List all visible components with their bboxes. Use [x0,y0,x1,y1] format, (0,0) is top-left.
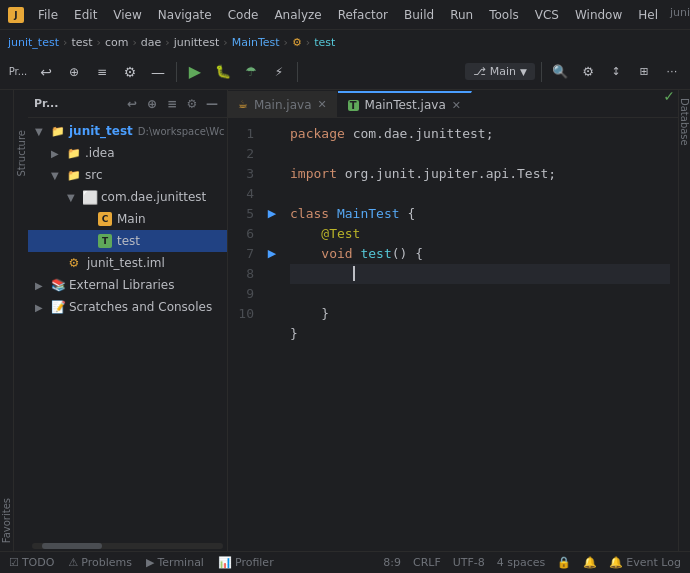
panel-expand[interactable]: ⊕ [143,95,161,113]
run-button[interactable]: ▶ [183,60,207,84]
branch-icon: ⎇ [473,65,486,78]
tree-label: src [85,168,103,182]
event-log-label: Event Log [626,556,681,569]
editor-area: ☕ Main.java ✕ T MainTest.java ✕ 1 2 3 4 … [228,90,678,551]
branch-selector[interactable]: ⎇ Main ▼ [465,63,535,80]
status-indent[interactable]: 4 spaces [494,556,549,569]
file-tree: ▼ 📁 junit_test D:\workspace\Wc ▶ 📁 .idea… [28,118,227,541]
search-everywhere-button[interactable]: 🔍 [548,60,572,84]
problems-label: Problems [81,556,132,569]
tree-item-ext-lib[interactable]: ▶ 📚 External Libraries [28,274,227,296]
breadcrumb-item-icon[interactable]: ⚙ [292,36,302,49]
debug-button[interactable]: 🐛 [211,60,235,84]
tree-label: junit_test [69,124,133,138]
menu-tools[interactable]: Tools [481,6,527,24]
project-panel: Pr... ↩ ⊕ ≡ ⚙ — ▼ 📁 junit_test D:\worksp… [28,90,228,551]
menu-help[interactable]: Hel [630,6,666,24]
menu-vcs[interactable]: VCS [527,6,567,24]
encoding-label: UTF-8 [453,556,485,569]
menu-refactor[interactable]: Refactor [330,6,396,24]
structure-sidebar: Structure [14,90,28,551]
panel-settings[interactable]: ⚙ [183,95,201,113]
menu-code[interactable]: Code [220,6,267,24]
breadcrumb-item[interactable]: test [71,36,92,49]
menu-edit[interactable]: Edit [66,6,105,24]
status-notifications[interactable]: 🔔 [580,556,600,569]
project-icon[interactable]: Pr... [6,60,30,84]
tree-label: External Libraries [69,278,174,292]
tree-label: test [117,234,140,248]
tree-arrow: ▼ [51,170,63,181]
panel-scroll-source[interactable]: ↩ [123,95,141,113]
toolbar-separator-2 [297,62,298,82]
favorites-label[interactable]: Favorites [1,498,12,543]
menu-bar: File Edit View Navigate Code Analyze Ref… [30,6,690,24]
tree-item-idea[interactable]: ▶ 📁 .idea [28,142,227,164]
tree-item-src[interactable]: ▼ 📁 src [28,164,227,186]
menu-window[interactable]: Window [567,6,630,24]
tree-item-package[interactable]: ▼ ⬜ com.dae.junittest [28,186,227,208]
profiler-label: Profiler [235,556,274,569]
status-position[interactable]: 8:9 [380,556,404,569]
status-todo[interactable]: ☑ TODO [6,556,57,569]
breadcrumb-item[interactable]: MainTest [232,36,280,49]
panel-sort[interactable]: ≡ [163,95,181,113]
breadcrumb-item[interactable]: test [314,36,335,49]
menu-file[interactable]: File [30,6,66,24]
tree-item-scratches[interactable]: ▶ 📝 Scratches and Consoles [28,296,227,318]
settings-button[interactable]: ⚙ [118,60,142,84]
profile-button[interactable]: ⚡ [267,60,291,84]
code-editor[interactable]: package com.dae.junittest; import org.ju… [282,118,678,551]
status-encoding[interactable]: UTF-8 [450,556,488,569]
breadcrumb-item[interactable]: junittest [174,36,220,49]
scroll-from-source-button[interactable]: ↩ [34,60,58,84]
tree-item-iml[interactable]: ⚙ junit_test.iml [28,252,227,274]
database-label[interactable]: Database [679,90,690,154]
todo-label: TODO [22,556,55,569]
menu-navigate[interactable]: Navigate [150,6,220,24]
status-line-ending[interactable]: CRLF [410,556,444,569]
tree-arrow: ▶ [51,148,63,159]
layout-button[interactable]: ⊞ [632,60,656,84]
terminal-label: Terminal [157,556,204,569]
tree-label: junit_test.iml [87,256,165,270]
more-button[interactable]: ⋯ [660,60,684,84]
structure-label[interactable]: Structure [16,130,27,177]
package-icon: ⬜ [82,189,98,205]
tab-close-button[interactable]: ✕ [317,98,326,111]
collapse-all-button[interactable]: ⊕ [62,60,86,84]
menu-build[interactable]: Build [396,6,442,24]
vcs-button[interactable]: ↕ [604,60,628,84]
status-git[interactable]: 🔒 [554,556,574,569]
menu-analyze[interactable]: Analyze [266,6,329,24]
run-gutter-icon[interactable]: ▶ [268,204,276,224]
tree-path: D:\workspace\Wc [138,126,225,137]
event-log-icon: 🔔 [609,556,623,569]
status-problems[interactable]: ⚠ Problems [65,556,135,569]
tree-scrollbar[interactable] [32,543,223,549]
tab-close-button[interactable]: ✕ [452,99,461,112]
menu-view[interactable]: View [105,6,149,24]
settings-gear-button[interactable]: ⚙ [576,60,600,84]
coverage-button[interactable]: ☂ [239,60,263,84]
menu-run[interactable]: Run [442,6,481,24]
panel-hide[interactable]: — [203,95,221,113]
status-terminal[interactable]: ▶ Terminal [143,556,207,569]
tab-maintest-java[interactable]: T MainTest.java ✕ [338,91,472,117]
hide-button[interactable]: — [146,60,170,84]
breadcrumb-item[interactable]: junit_test [8,36,59,49]
run-gutter-icon-2[interactable]: ▶ [268,244,276,264]
tree-item-main-class[interactable]: C Main [28,208,227,230]
editor-gutter: ▶ ▶ [262,118,282,551]
bell-icon: 🔔 [583,556,597,569]
tree-item-test-class[interactable]: T test [28,230,227,252]
breadcrumb-item[interactable]: com [105,36,129,49]
breadcrumb-item[interactable]: dae [141,36,162,49]
status-profiler[interactable]: 📊 Profiler [215,556,277,569]
status-event-log[interactable]: 🔔 Event Log [606,556,684,569]
sort-button[interactable]: ≡ [90,60,114,84]
tree-item-junit-root[interactable]: ▼ 📁 junit_test D:\workspace\Wc [28,120,227,142]
tab-main-java[interactable]: ☕ Main.java ✕ [228,91,338,117]
test-class-icon: T [98,234,112,248]
line-numbers: 1 2 3 4 5 6 7 8 9 10 [228,118,262,551]
